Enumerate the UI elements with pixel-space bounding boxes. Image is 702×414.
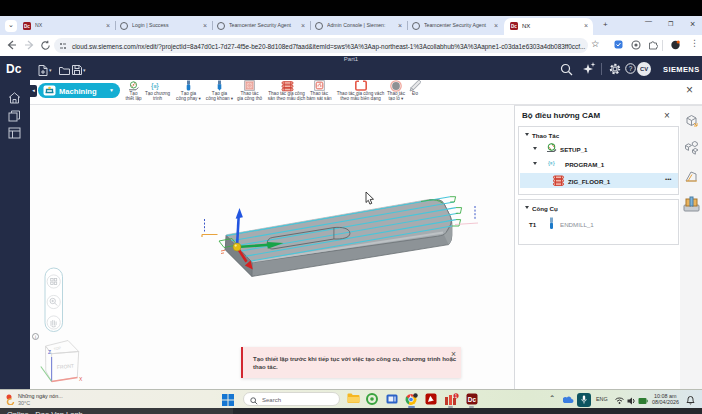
svg-text:Dc: Dc — [468, 396, 477, 403]
svg-text:X: X — [79, 376, 83, 382]
svg-text:FRONT: FRONT — [57, 363, 75, 370]
svg-text:TOP: TOP — [53, 346, 62, 352]
svg-text:?: ? — [629, 65, 633, 72]
svg-text:Z: Z — [48, 349, 51, 355]
svg-text:i: i — [35, 335, 36, 340]
